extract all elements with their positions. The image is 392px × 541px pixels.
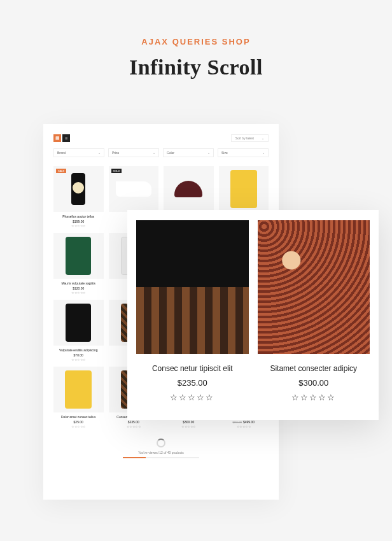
product-rating: ☆☆☆☆☆: [164, 425, 214, 428]
product-name: Mauris vulputate sagittis: [53, 281, 104, 285]
product-name: Vulputate enditis adipiscing: [53, 348, 104, 352]
product-name: Phasellus auctor tellus: [53, 214, 104, 218]
product-card[interactable]: Vulputate enditis adipiscing$70.00☆☆☆☆☆: [53, 300, 104, 362]
product-thumb: [164, 166, 214, 212]
spinner-icon: [157, 439, 165, 447]
featured-card[interactable]: Sitamet consecter adipicy $300.00 ☆☆☆☆☆: [258, 220, 370, 410]
product-thumb: [53, 233, 104, 279]
filter-brand[interactable]: Brand ⌄: [53, 148, 104, 157]
product-price: $25.00: [53, 420, 104, 424]
product-rating: ☆☆☆☆☆: [53, 224, 104, 228]
chevron-down-icon: ⌄: [153, 151, 155, 155]
product-thumb: SOLD: [109, 166, 159, 212]
chevron-down-icon: ⌄: [98, 151, 101, 155]
product-rating: ☆☆☆☆☆: [219, 425, 269, 428]
product-price: $120.00: [53, 286, 104, 290]
progress-bar: [123, 457, 199, 458]
product-badge: SOLD: [111, 169, 122, 173]
view-toggle-group: ▦ ≡: [53, 134, 70, 142]
featured-rating: ☆☆☆☆☆: [258, 393, 370, 402]
chevron-down-icon: ⌄: [262, 151, 265, 155]
panel-topbar: ▦ ≡ Sort by latest ⌄: [53, 134, 269, 142]
featured-price: $235.00: [136, 378, 249, 388]
promo-subtitle: AJAX QUERIES SHOP: [0, 37, 392, 46]
filter-label: Price: [112, 151, 119, 155]
featured-overlay: Consec netur tipiscit elit $235.00 ☆☆☆☆☆…: [127, 210, 379, 420]
promo-title: Infinity Scroll: [0, 55, 392, 80]
chevron-down-icon: ⌄: [262, 136, 264, 140]
chevron-down-icon: ⌄: [207, 151, 210, 155]
product-name: Dolor amet consec tellus: [53, 415, 104, 419]
filter-row: Brand ⌄ Price ⌄ Color ⌄ Size ⌄: [53, 148, 269, 157]
product-thumb: SALE: [53, 166, 104, 212]
product-price: $300.00: [164, 420, 214, 424]
filter-label: Brand: [57, 151, 66, 155]
promo-header: AJAX QUERIES SHOP Infinity Scroll: [0, 0, 392, 80]
featured-thumb: [136, 220, 249, 354]
list-view-button[interactable]: ≡: [62, 134, 70, 142]
product-rating: ☆☆☆☆☆: [109, 425, 159, 428]
product-price: $235.00: [109, 420, 159, 424]
sort-bar: Sort by latest ⌄: [231, 134, 269, 142]
grid-view-button[interactable]: ▦: [53, 134, 61, 142]
product-card[interactable]: Mauris vulputate sagittis$120.00☆☆☆☆☆: [53, 233, 104, 295]
featured-card[interactable]: Consec netur tipiscit elit $235.00 ☆☆☆☆☆: [136, 220, 249, 410]
filter-color[interactable]: Color ⌄: [163, 148, 214, 157]
featured-rating: ☆☆☆☆☆: [136, 393, 249, 402]
product-price: $70.00: [53, 353, 104, 357]
loader-text: You've viewed 12 of 40 products: [53, 451, 269, 454]
product-rating: ☆☆☆☆☆: [53, 358, 104, 362]
product-rating: ☆☆☆☆☆: [53, 291, 104, 295]
product-rating: ☆☆☆☆☆: [53, 425, 104, 428]
filter-size[interactable]: Size ⌄: [218, 148, 269, 157]
featured-name: Sitamet consecter adipicy: [258, 364, 370, 373]
product-price: $699.00$499.00: [219, 420, 269, 424]
product-badge: SALE: [56, 169, 66, 173]
filter-label: Size: [221, 151, 228, 155]
featured-thumb: [258, 220, 370, 354]
product-thumb: [53, 300, 104, 346]
product-price: $199.00: [53, 220, 104, 223]
sort-dropdown[interactable]: Sort by latest ⌄: [231, 134, 269, 142]
filter-label: Color: [167, 151, 174, 155]
loader: You've viewed 12 of 40 products: [53, 439, 269, 458]
featured-name: Consec netur tipiscit elit: [136, 364, 249, 373]
sort-dropdown-label: Sort by latest: [235, 136, 254, 140]
product-thumb: [53, 367, 104, 412]
filter-price[interactable]: Price ⌄: [108, 148, 159, 157]
featured-price: $300.00: [258, 378, 370, 388]
product-thumb: [219, 166, 269, 212]
product-card[interactable]: SALEPhasellus auctor tellus$199.00☆☆☆☆☆: [53, 166, 104, 228]
product-card[interactable]: Dolor amet consec tellus$25.00☆☆☆☆☆: [53, 367, 104, 428]
